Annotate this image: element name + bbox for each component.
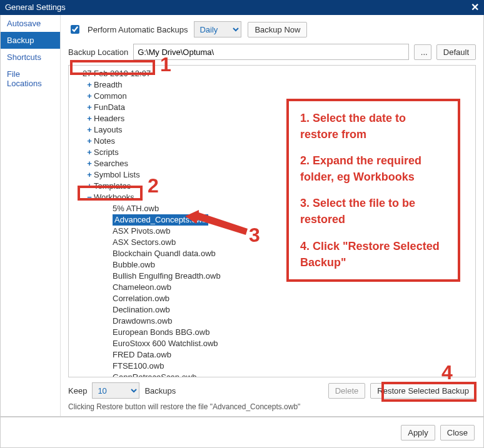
tree-label: Layouts	[94, 124, 123, 136]
tree-file[interactable]: FRED Data.owb	[71, 349, 475, 361]
expand-icon[interactable]: +	[85, 147, 94, 158]
tree-folder[interactable]: + Scripts	[71, 147, 475, 158]
tree-file[interactable]: European Bonds BBG.owb	[71, 327, 475, 338]
tree-folder[interactable]: + Notes	[71, 136, 475, 147]
window-title: General Settings	[5, 0, 66, 15]
tree-file[interactable]: Advanced_Concepts.owb	[71, 214, 475, 226]
close-icon[interactable]: ✕	[471, 0, 479, 15]
tree-label: ASX Pivots.owb	[113, 226, 171, 237]
tree-file[interactable]: Bullish Engulfing Breadth.owb	[71, 271, 475, 282]
tree-file[interactable]: Blockchain Quandl data.owb	[71, 248, 475, 259]
tree-folder[interactable]: + FunData	[71, 102, 475, 113]
expand-icon[interactable]: +	[85, 79, 94, 91]
tree-label: Drawdowns.owb	[113, 316, 172, 327]
tree-label: Breadth	[94, 79, 123, 91]
default-button[interactable]: Default	[436, 44, 476, 60]
backup-now-button[interactable]: Backup Now	[248, 22, 307, 37]
backups-label: Backups	[144, 386, 176, 396]
tree-label: 27 Feb 2019 12:07	[83, 68, 151, 79]
sidebar-item-backup[interactable]: Backup	[1, 32, 60, 49]
tree-file[interactable]: EuroStoxx 600 Watchlist.owb	[71, 338, 475, 349]
tree-folder[interactable]: + Headers	[71, 113, 475, 124]
collapse-icon[interactable]: −	[74, 68, 83, 79]
tree-folder[interactable]: − Workbooks	[71, 192, 475, 203]
tree-folder[interactable]: + Templates	[71, 181, 475, 192]
tree-label: Workbooks	[94, 192, 134, 203]
expand-icon[interactable]: +	[85, 136, 94, 147]
tree-label: Chameleon.owb	[113, 282, 171, 293]
perform-backups-checkbox[interactable]	[71, 25, 79, 34]
expand-icon[interactable]: +	[85, 124, 94, 136]
frequency-select[interactable]: Daily	[194, 21, 241, 37]
restore-hint: Clicking Restore button will restore the…	[68, 399, 476, 412]
delete-button[interactable]: Delete	[328, 383, 366, 399]
tree-label: GannRetraceScan.owb	[113, 372, 196, 377]
location-input[interactable]	[133, 44, 409, 60]
location-label: Backup Location	[68, 47, 128, 57]
tree-label: FunData	[94, 102, 125, 113]
tree-root[interactable]: − 27 Feb 2019 12:07	[71, 68, 475, 79]
expand-icon[interactable]: +	[85, 91, 94, 102]
tree-label: Notes	[94, 136, 115, 147]
tree-file[interactable]: Declination.owb	[71, 304, 475, 316]
expand-icon[interactable]: +	[85, 169, 94, 181]
expand-icon[interactable]: +	[85, 158, 94, 169]
tree-label: Headers	[94, 113, 124, 124]
tree-label: Bullish Engulfing Breadth.owb	[113, 271, 221, 282]
tree-label: Bubble.owb	[113, 259, 155, 271]
sidebar-item-file-locations[interactable]: File Locations	[1, 66, 60, 92]
browse-button[interactable]: ...	[414, 44, 431, 60]
expand-icon[interactable]: +	[85, 113, 94, 124]
sidebar-item-shortcuts[interactable]: Shortcuts	[1, 49, 60, 66]
restore-button[interactable]: Restore Selected Backup	[370, 383, 476, 399]
close-button[interactable]: Close	[440, 425, 475, 441]
tree-folder[interactable]: + Layouts	[71, 124, 475, 136]
tree-folder[interactable]: + Breadth	[71, 79, 475, 91]
tree-file[interactable]: Chameleon.owb	[71, 282, 475, 293]
expand-icon[interactable]: +	[85, 181, 94, 192]
tree-label: Advanced_Concepts.owb	[113, 214, 208, 226]
tree-label: Declination.owb	[113, 304, 170, 316]
tree-file[interactable]: 5% ATH.owb	[71, 203, 475, 214]
tree-label: Common	[94, 91, 127, 102]
tree-label: Scripts	[94, 147, 119, 158]
tree-file[interactable]: Correlation.owb	[71, 293, 475, 304]
backup-tree: − 27 Feb 2019 12:07+ Breadth+ Common+ Fu…	[68, 65, 476, 377]
tree-folder[interactable]: + Symbol Lists	[71, 169, 475, 181]
perform-backups-label: Perform Automatic Backups	[88, 25, 188, 34]
tree-label: Correlation.owb	[113, 293, 169, 304]
tree-label: European Bonds BBG.owb	[113, 327, 209, 338]
expand-icon[interactable]: +	[85, 102, 94, 113]
tree-label: 5% ATH.owb	[113, 203, 159, 214]
tree-file[interactable]: Drawdowns.owb	[71, 316, 475, 327]
settings-sidebar: Autosave Backup Shortcuts File Locations	[1, 15, 61, 416]
apply-button[interactable]: Apply	[401, 425, 435, 441]
tree-label: FRED Data.owb	[113, 349, 171, 361]
tree-file[interactable]: ASX Pivots.owb	[71, 226, 475, 237]
tree-label: Blockchain Quandl data.owb	[113, 248, 216, 259]
tree-label: Searches	[94, 158, 128, 169]
tree-label: Symbol Lists	[94, 169, 140, 181]
collapse-icon[interactable]: −	[85, 192, 94, 203]
tree-file[interactable]: GannRetraceScan.owb	[71, 372, 475, 377]
tree-label: EuroStoxx 600 Watchlist.owb	[113, 338, 218, 349]
tree-label: ASX Sectors.owb	[113, 237, 176, 248]
tree-folder[interactable]: + Common	[71, 91, 475, 102]
tree-file[interactable]: FTSE100.owb	[71, 361, 475, 372]
keep-label: Keep	[68, 386, 87, 396]
keep-select[interactable]: 10	[92, 382, 139, 399]
tree-folder[interactable]: + Searches	[71, 158, 475, 169]
tree-label: Templates	[94, 181, 131, 192]
tree-file[interactable]: ASX Sectors.owb	[71, 237, 475, 248]
tree-file[interactable]: Bubble.owb	[71, 259, 475, 271]
sidebar-item-autosave[interactable]: Autosave	[1, 15, 60, 32]
tree-label: FTSE100.owb	[113, 361, 164, 372]
tree-scroll[interactable]: − 27 Feb 2019 12:07+ Breadth+ Common+ Fu…	[69, 66, 475, 377]
